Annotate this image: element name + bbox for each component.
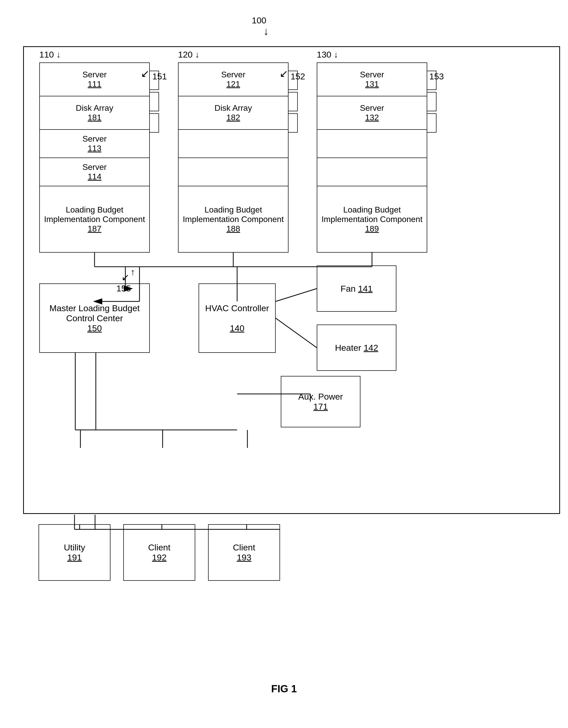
lbic-189: Loading Budget Implementation Component …: [317, 186, 427, 252]
mlbcc-box: Master Loading Budget Control Center 150: [39, 283, 150, 353]
arrow-152: ↙: [280, 68, 288, 79]
tab-label-152: 152: [291, 71, 305, 81]
empty-row-130-1: [317, 130, 427, 158]
server-131-row: Server 131: [317, 63, 427, 96]
client-193-box: Client 193: [208, 524, 280, 581]
aux-power-box: Aux. Power 171: [281, 376, 360, 427]
heater-box: Heater 142: [317, 325, 396, 371]
rack-120: Server 121 Disk Array 182 Loading Budget…: [178, 62, 288, 253]
fig-label: FIG 1: [271, 683, 297, 695]
tab-label-153: 153: [429, 71, 444, 81]
fan-box: Fan 141: [317, 265, 396, 312]
rack-110: Server 111 Disk Array 181 Server 113 Ser…: [39, 62, 150, 253]
server-132-row: Server 132: [317, 96, 427, 130]
server-121-row: Server 121: [179, 63, 288, 96]
svg-line-14: [276, 289, 317, 301]
empty-row-120-1: [179, 130, 288, 158]
rack-130-label: 130 ↓: [317, 50, 338, 60]
label-155: 155: [116, 283, 131, 293]
svg-line-15: [276, 318, 317, 348]
hvac-box: HVAC Controller 140: [199, 283, 276, 353]
disk-array-182-row: Disk Array 182: [179, 96, 288, 130]
server-114-row: Server 114: [40, 158, 149, 186]
arrow-down-100: ↓: [263, 25, 269, 38]
rack-110-label: 110 ↓: [39, 50, 61, 60]
rack-130: Server 131 Server 132 Loading Budget Imp…: [317, 62, 427, 253]
server-111-row: Server 111: [40, 63, 149, 96]
disk-array-181-row: Disk Array 181: [40, 96, 149, 130]
empty-row-120-2: [179, 158, 288, 186]
lbic-187: Loading Budget Implementation Component …: [40, 186, 149, 252]
empty-row-130-2: [317, 158, 427, 186]
arrow-155-left: ↙: [122, 272, 129, 283]
utility-box: Utility 191: [39, 524, 110, 581]
server-113-row: Server 113: [40, 130, 149, 158]
client-192-box: Client 192: [123, 524, 195, 581]
arrow-151: ↙: [141, 68, 150, 79]
tab-label-151: 151: [152, 71, 167, 81]
rack-120-label: 120 ↓: [178, 50, 199, 60]
label-100: 100: [252, 15, 266, 25]
main-box: 110 ↓ Server 111 Disk Array 181 Server 1…: [23, 46, 560, 514]
lbic-188: Loading Budget Implementation Component …: [179, 186, 288, 252]
arrow-155-up: ↑: [131, 267, 135, 278]
